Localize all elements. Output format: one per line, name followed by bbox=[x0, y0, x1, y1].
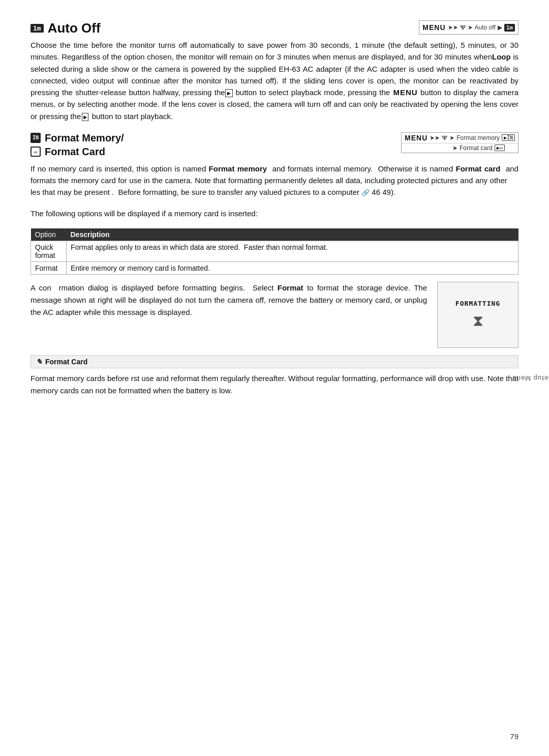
side-label: The Setup Menu bbox=[512, 374, 549, 382]
format-memory-header: IN Format Memory/ ▭ Format Card MENU ➤➤ … bbox=[30, 132, 518, 158]
options-table: Option Description Quickformat Format ap… bbox=[30, 228, 518, 275]
table-cell-desc-1: Format applies only to areas in which da… bbox=[67, 241, 518, 261]
format-card-title-line: ▭ Format Card bbox=[30, 146, 124, 158]
breadcrumb-arrow1: ➤➤ bbox=[448, 24, 458, 31]
auto-off-breadcrumb: MENU ➤➤ 𝚿 ➤ Auto off ▶ 1m bbox=[419, 20, 518, 35]
format-body1: If no memory card is inserted, this opti… bbox=[30, 163, 518, 198]
bc-arrow2: ➤ bbox=[449, 134, 454, 141]
format-card-note-body: Format memory cards before rst use and r… bbox=[30, 372, 518, 397]
format-following-text: The following options will be displayed … bbox=[30, 208, 518, 219]
note-icon: ✎ bbox=[36, 358, 42, 366]
auto-off-label: Auto Off bbox=[48, 20, 101, 36]
breadcrumb-menu: MENU bbox=[422, 23, 445, 32]
breadcrumb-arrow3: ▶ bbox=[498, 24, 502, 31]
format-memory-label: Format Memory/ bbox=[45, 132, 124, 144]
formatting-display-label: FORMATTING bbox=[455, 300, 500, 307]
format-card-label: Format Card bbox=[45, 146, 105, 158]
auto-off-title: 1m Auto Off bbox=[30, 20, 101, 36]
formatting-section: A con rmation dialog is displayed before… bbox=[30, 282, 518, 348]
table-header-description: Description bbox=[67, 228, 518, 241]
auto-off-header: 1m Auto Off MENU ➤➤ 𝚿 ➤ Auto off ▶ 1m bbox=[30, 20, 518, 36]
format-breadcrumb: MENU ➤➤ 𝚿 ➤ Format memory ▶IN ➤ Format c… bbox=[401, 132, 518, 153]
breadcrumb-row1: MENU ➤➤ 𝚿 ➤ Format memory ▶IN bbox=[402, 133, 518, 143]
format-card-icon: ▭ bbox=[30, 147, 41, 157]
bc-arrow1: ➤➤ bbox=[430, 134, 440, 141]
table-cell-desc-2: Entire memory or memory card is formatte… bbox=[67, 261, 518, 274]
bc-menu: MENU bbox=[405, 134, 428, 142]
table-cell-option-1: Quickformat bbox=[31, 241, 67, 261]
table-header-option: Option bbox=[31, 228, 67, 241]
bc-badge2: ▶▭ bbox=[495, 144, 505, 151]
breadcrumb-row2: ➤ Format card ▶▭ bbox=[402, 143, 518, 153]
format-memory-icon: IN bbox=[30, 133, 41, 143]
note-title: Format Card bbox=[45, 358, 87, 366]
formatting-confirm-text: A con rmation dialog is displayed before… bbox=[30, 282, 427, 318]
bc-label1: Format memory bbox=[456, 134, 500, 141]
bc-badge1: ▶IN bbox=[502, 134, 515, 141]
format-memory-section: IN Format Memory/ ▭ Format Card MENU ➤➤ … bbox=[30, 132, 518, 397]
table-row: Quickformat Format applies only to areas… bbox=[31, 241, 518, 261]
formatting-display-icon: ⧗ bbox=[473, 312, 483, 330]
bc-arrow3: ➤ bbox=[452, 144, 458, 152]
breadcrumb-label: Auto off bbox=[475, 24, 496, 31]
format-memory-title-line: IN Format Memory/ bbox=[30, 132, 124, 144]
page-number: 79 bbox=[510, 732, 518, 741]
auto-off-badge: 1m bbox=[30, 24, 44, 33]
table-row: Format Entire memory or memory card is f… bbox=[31, 261, 518, 274]
breadcrumb-badge: 1m bbox=[504, 24, 515, 32]
breadcrumb-arrow2: ➤ bbox=[468, 24, 473, 31]
formatting-display-image: FORMATTING ⧗ bbox=[437, 282, 518, 348]
table-cell-option-2: Format bbox=[31, 261, 67, 274]
format-card-note-header: ✎ Format Card bbox=[30, 355, 518, 368]
bc-label2: Format card bbox=[460, 144, 493, 152]
format-titles: IN Format Memory/ ▭ Format Card bbox=[30, 132, 124, 158]
breadcrumb-icon: 𝚿 bbox=[460, 24, 466, 31]
bc-icon: 𝚿 bbox=[442, 134, 447, 141]
auto-off-body: Choose the time before the monitor turns… bbox=[30, 39, 518, 122]
